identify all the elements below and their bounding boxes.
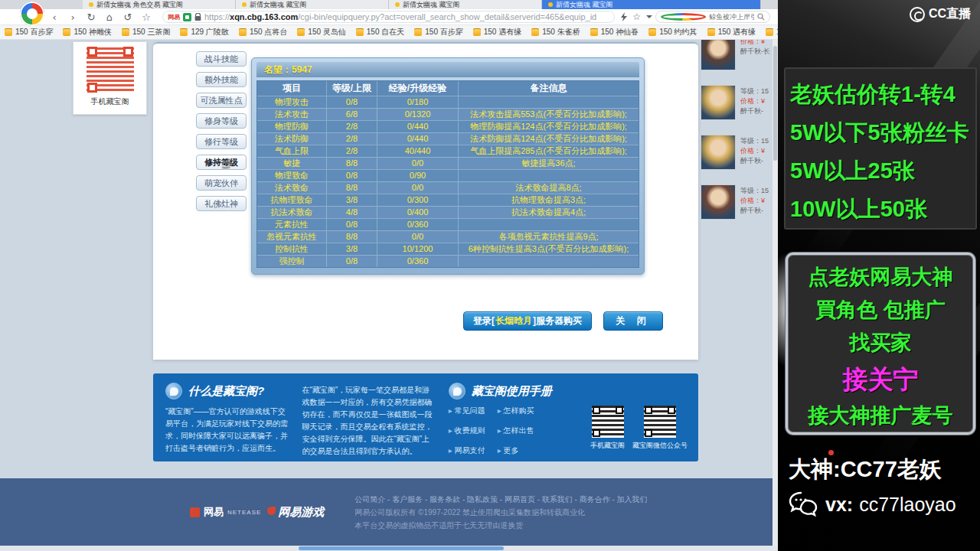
manual-link-常见问题[interactable]: 常见问题 xyxy=(449,406,498,416)
table-row: 法术致命8/80/0法术致命提高8点; xyxy=(257,181,639,194)
table-cell: 0/360 xyxy=(377,256,458,267)
browser-tab[interactable]: 新倩女幽魂 藏宝阁 xyxy=(542,0,761,9)
manual-link-怎样购买[interactable]: 怎样购买 xyxy=(498,406,547,416)
chevron-down-icon[interactable] xyxy=(646,15,652,21)
table-cell: 6种控制抗性提高3点(不受百分比加成影响); xyxy=(458,243,639,255)
table-cell: 抗法术致命提高4点; xyxy=(458,207,639,218)
login-buy-button[interactable]: 登录[长烟晗月]服务器购买 xyxy=(463,311,592,331)
favorite-star-icon[interactable]: ☆ xyxy=(632,11,641,22)
table-cell: 抗物理致命 xyxy=(257,194,326,206)
side-tab-修身等级[interactable]: 修身等级 xyxy=(196,113,247,129)
qr-code xyxy=(87,46,134,93)
search-icon[interactable] xyxy=(757,13,765,21)
green-extension-icon[interactable] xyxy=(183,13,191,21)
back-icon[interactable]: ‹ xyxy=(49,11,60,23)
bookmark-item[interactable]: 150 自在天 xyxy=(356,27,404,37)
bookmark-item[interactable]: 150 百步穿 xyxy=(5,27,53,37)
bookmark-star-icon[interactable]: ☆ xyxy=(141,11,152,23)
close-button[interactable]: 关 闭 xyxy=(603,311,663,331)
browser-tab[interactable]: 新倩女幽魂 角色交易 藏宝阁 xyxy=(83,0,236,9)
bookmark-item[interactable]: 150 神雕侠 xyxy=(63,27,111,37)
vertical-scrollbar-thumb[interactable] xyxy=(773,46,777,161)
forward-icon[interactable]: › xyxy=(67,11,78,23)
tab-label: 新倩女幽魂 角色交易 藏宝阁 xyxy=(96,0,183,9)
listing-price: 价格：¥ xyxy=(740,96,769,106)
table-row: 强控制0/80/360 xyxy=(257,255,639,267)
tab-favicon-icon xyxy=(242,2,247,7)
side-tab-修行等级[interactable]: 修行等级 xyxy=(196,134,247,149)
manual-link-怎样出售[interactable]: 怎样出售 xyxy=(498,425,547,436)
search-input[interactable]: 鲸鱼被冲上岸引围观 xyxy=(655,11,770,23)
table-cell: 0/0 xyxy=(377,231,458,243)
browser-tab[interactable]: 新倩女幽魂 藏宝阁 xyxy=(236,0,389,9)
attribute-table: 项目等级/上限经验/升级经验备注信息物理攻击0/80/180法术攻击6/80/1… xyxy=(256,80,639,268)
bookmark-item[interactable]: 150 广陵散 xyxy=(766,27,778,37)
listing-info: 等级：15价格：¥醉千秋- xyxy=(740,135,769,170)
side-tab-战斗技能[interactable]: 战斗技能 xyxy=(196,51,247,67)
bookmark-item[interactable]: 150 朱雀桥 xyxy=(531,27,580,37)
listing-price: 价格：¥ xyxy=(740,196,769,206)
manual-link-收费规则[interactable]: 收费规则 xyxy=(449,425,498,436)
table-cell: 法术防御提高124点(不受百分比加成影响); xyxy=(458,133,639,145)
listing-card[interactable]: 价格：¥醉千秋-长 xyxy=(701,40,778,70)
bookmark-item[interactable]: 150 点将台 xyxy=(239,27,287,37)
bookmark-item[interactable]: 150 三茶阁 xyxy=(122,27,170,37)
listing-card[interactable]: 等级：15价格：¥醉千秋- xyxy=(701,135,778,170)
bookmark-item[interactable]: 129 广陵散 xyxy=(180,27,228,37)
browser-tab[interactable]: 新倩女幽魂 藏宝阁 xyxy=(389,0,542,9)
detail-side-tabs: 战斗技能额外技能可洗属性点修身等级修行等级修持等级萌宠伙伴礼佛灶神 xyxy=(196,51,250,217)
history-icon[interactable]: ↺ xyxy=(122,11,133,23)
listing-price: 价格：¥ xyxy=(740,40,770,47)
url-text[interactable]: https://xqn.cbg.163.com/cgi-bin/equipque… xyxy=(204,12,596,21)
bookmark-item[interactable]: 150 神仙眷 xyxy=(590,27,639,37)
table-cell: 物理防御 xyxy=(257,121,326,132)
side-tab-礼佛灶神[interactable]: 礼佛灶神 xyxy=(196,196,247,211)
board-line: 接大神推广麦号 xyxy=(788,399,973,432)
table-cell: 0/440 xyxy=(377,121,458,132)
netease-games-logo[interactable]: 网易游戏 xyxy=(278,505,324,520)
side-tab-可洗属性点[interactable]: 可洗属性点 xyxy=(196,93,247,108)
listing-card[interactable]: 等级：15价格：¥醉千秋- xyxy=(701,85,778,120)
table-cell: 0/1320 xyxy=(377,109,458,120)
address-bar[interactable]: 网易 https://xqn.cbg.163.com/cgi-bin/equip… xyxy=(162,11,615,23)
browser-logo-icon[interactable] xyxy=(20,2,44,26)
wechat-vx-label: vx: xyxy=(825,494,853,516)
service-board: 点老妖网易大神買角色 包推广找买家接关宁接大神推广麦号 xyxy=(786,253,975,435)
horizontal-scrollbar[interactable] xyxy=(0,546,778,551)
bookmark-item[interactable]: 150 灵岛仙 xyxy=(297,27,345,37)
bookmark-item[interactable]: 150 遇有缘 xyxy=(473,27,521,37)
footer-qr-phone-label: 手机藏宝阁 xyxy=(590,441,625,451)
horizontal-scrollbar-thumb[interactable] xyxy=(299,546,504,550)
stream-frame: 新倩女幽魂 角色交易 藏宝阁新倩女幽魂 藏宝阁新倩女幽魂 藏宝阁新倩女幽魂 藏宝… xyxy=(0,0,980,551)
bookmark-favicon-icon xyxy=(63,28,70,36)
side-tab-萌宠伙伴[interactable]: 萌宠伙伴 xyxy=(196,175,247,191)
tab-favicon-icon xyxy=(89,2,93,7)
bookmark-favicon-icon xyxy=(122,28,129,36)
bookmark-item[interactable]: 150 百步穿 xyxy=(414,27,462,37)
bookmark-item[interactable]: 150 遇有缘 xyxy=(707,27,756,37)
listing-card[interactable]: 等级：15价格：¥醉千秋- xyxy=(701,184,778,220)
table-cell: 强控制 xyxy=(257,256,326,267)
side-tab-修持等级[interactable]: 修持等级 xyxy=(196,155,247,170)
legal-links[interactable]: 公司简介 - 客户服务 - 服务条款 - 隐私政策 - 网易首页 - 联系我们 … xyxy=(354,493,647,506)
home-icon[interactable]: ⌂ xyxy=(104,11,115,23)
table-cell: 0/440 xyxy=(377,133,458,145)
table-cell: 0/8 xyxy=(326,96,377,108)
vertical-scrollbar[interactable] xyxy=(773,40,778,546)
bookmark-item[interactable]: 150 约约其 xyxy=(648,27,697,37)
netease-logo[interactable]: 网易NETEASE xyxy=(190,505,261,519)
netease-extension-icon[interactable]: 网易 xyxy=(168,13,180,21)
netease-logo-text: 网易 xyxy=(204,505,224,519)
lightning-icon[interactable] xyxy=(621,12,627,21)
tab-label: 新倩女幽魂 藏宝阁 xyxy=(556,0,613,9)
bookmark-favicon-icon xyxy=(5,28,12,36)
reload-icon[interactable]: ↻ xyxy=(86,11,96,23)
table-cell: 气血上限提高285点(不受百分比加成影响); xyxy=(458,145,639,157)
footer-manual-title: 藏宝阁使用手册 xyxy=(472,384,552,399)
manual-link-网易支付[interactable]: 网易支付 xyxy=(449,445,498,456)
browser-toolbar: ‹ › ↻ ⌂ ↺ ☆ 网易 https://xqn.cbg.163.com/c… xyxy=(0,9,778,25)
side-tab-额外技能[interactable]: 额外技能 xyxy=(196,72,247,87)
footer-qr-wechat xyxy=(644,406,676,438)
manual-link-更多[interactable]: 更多 xyxy=(498,445,547,456)
globe-icon xyxy=(165,383,182,399)
